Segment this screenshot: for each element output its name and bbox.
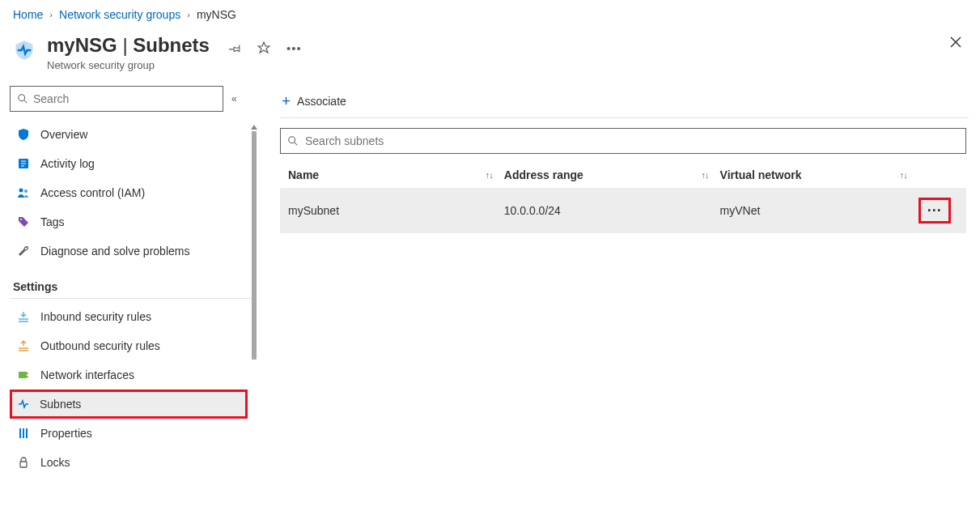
column-header-virtual-network[interactable]: Virtual network ↑↓ [720, 168, 918, 181]
sidebar-item-outbound-rules[interactable]: Outbound security rules [10, 331, 248, 360]
svg-rect-15 [19, 372, 27, 378]
sidebar-search[interactable] [10, 86, 223, 112]
search-icon [287, 135, 299, 147]
log-icon [16, 156, 31, 171]
command-bar: + Associate [280, 86, 969, 118]
sort-icon: ↑↓ [900, 170, 907, 180]
sidebar-item-overview[interactable]: Overview [10, 120, 248, 149]
sort-icon: ↑↓ [486, 170, 493, 180]
pin-button[interactable] [227, 40, 243, 56]
column-header-address-range[interactable]: Address range ↑↓ [504, 168, 720, 181]
table-header: Name ↑↓ Address range ↑↓ Virtual network… [280, 162, 966, 188]
ellipsis-icon: ··· [927, 203, 942, 218]
sidebar-item-network-interfaces[interactable]: Network interfaces [10, 360, 248, 390]
inbound-icon [16, 309, 31, 324]
sidebar-item-diagnose[interactable]: Diagnose and solve problems [10, 236, 248, 266]
sidebar: « Overview Activity log [0, 86, 259, 477]
more-commands-button[interactable]: ••• [285, 40, 303, 57]
sidebar-scrollbar[interactable] [251, 125, 257, 368]
svg-point-10 [20, 219, 22, 220]
people-icon [16, 185, 31, 200]
lock-icon [16, 455, 31, 470]
sidebar-item-label: Diagnose and solve problems [40, 245, 189, 258]
breadcrumb-home[interactable]: Home [13, 8, 43, 21]
breadcrumb-nsg-list[interactable]: Network security groups [59, 8, 180, 21]
chevron-right-icon: › [187, 10, 190, 19]
sidebar-item-access-control[interactable]: Access control (IAM) [10, 178, 248, 207]
wrench-icon [16, 244, 31, 258]
row-actions-button[interactable]: ··· [918, 198, 951, 224]
table-row[interactable]: mySubnet 10.0.0.0/24 myVNet ··· [280, 188, 966, 233]
svg-rect-21 [20, 462, 27, 467]
associate-button[interactable]: + Associate [280, 89, 348, 113]
outbound-icon [16, 339, 31, 353]
sidebar-item-activity-log[interactable]: Activity log [10, 149, 248, 178]
sidebar-item-inbound-rules[interactable]: Inbound security rules [10, 302, 248, 331]
sidebar-item-label: Access control (IAM) [40, 186, 145, 199]
favorite-button[interactable] [256, 40, 272, 56]
main-content: + Associate Name ↑↓ Address range ↑↓ [259, 86, 980, 477]
svg-rect-19 [23, 428, 24, 438]
sidebar-section-settings: Settings [10, 272, 256, 299]
plus-icon: + [282, 92, 291, 110]
svg-line-23 [295, 143, 298, 146]
svg-point-2 [19, 95, 25, 101]
page-title: myNSG | Subnets [47, 34, 210, 57]
page-subtitle: Network security group [47, 59, 303, 71]
properties-icon [16, 426, 31, 441]
cell-address-range: 10.0.0.0/24 [504, 204, 720, 217]
sidebar-item-locks[interactable]: Locks [10, 448, 248, 477]
nic-icon [16, 368, 31, 382]
sidebar-item-properties[interactable]: Properties [10, 419, 248, 448]
svg-rect-18 [19, 428, 21, 438]
collapse-sidebar-button[interactable]: « [231, 93, 235, 104]
subnet-search[interactable] [280, 128, 966, 154]
svg-rect-17 [27, 376, 28, 377]
svg-line-3 [24, 100, 28, 104]
tag-icon [16, 215, 31, 229]
svg-point-8 [19, 188, 23, 192]
sidebar-item-label: Overview [40, 128, 87, 141]
subnets-table: Name ↑↓ Address range ↑↓ Virtual network… [280, 162, 966, 233]
column-header-name[interactable]: Name ↑↓ [288, 168, 504, 181]
close-button[interactable] [946, 32, 965, 52]
subnet-icon [17, 398, 30, 411]
sidebar-item-label: Inbound security rules [40, 310, 151, 323]
cell-name: mySubnet [288, 204, 504, 217]
sidebar-item-label: Activity log [40, 157, 95, 170]
sidebar-search-input[interactable] [33, 92, 216, 105]
svg-rect-20 [26, 428, 28, 438]
chevron-right-icon: › [49, 10, 53, 19]
sidebar-item-label: Network interfaces [40, 368, 134, 381]
svg-point-9 [24, 189, 28, 193]
page-header: myNSG | Subnets ••• Network security gro… [0, 28, 980, 71]
nsg-icon [13, 39, 36, 62]
sidebar-item-label: Outbound security rules [40, 339, 160, 352]
sidebar-item-label: Tags [40, 215, 65, 228]
sidebar-item-label: Properties [40, 427, 92, 440]
sidebar-item-label: Locks [40, 456, 70, 469]
svg-rect-16 [27, 373, 28, 374]
subnet-search-input[interactable] [305, 134, 959, 147]
sort-icon: ↑↓ [702, 170, 709, 180]
svg-point-22 [289, 137, 295, 143]
breadcrumb-current: myNSG [197, 8, 236, 21]
sidebar-item-label: Subnets [40, 398, 81, 411]
breadcrumb: Home › Network security groups › myNSG [0, 0, 980, 28]
sidebar-item-tags[interactable]: Tags [10, 207, 248, 236]
cell-virtual-network: myVNet [720, 204, 918, 217]
shield-icon [16, 127, 31, 142]
sidebar-item-subnets[interactable]: Subnets [10, 390, 248, 419]
search-icon [17, 93, 28, 104]
